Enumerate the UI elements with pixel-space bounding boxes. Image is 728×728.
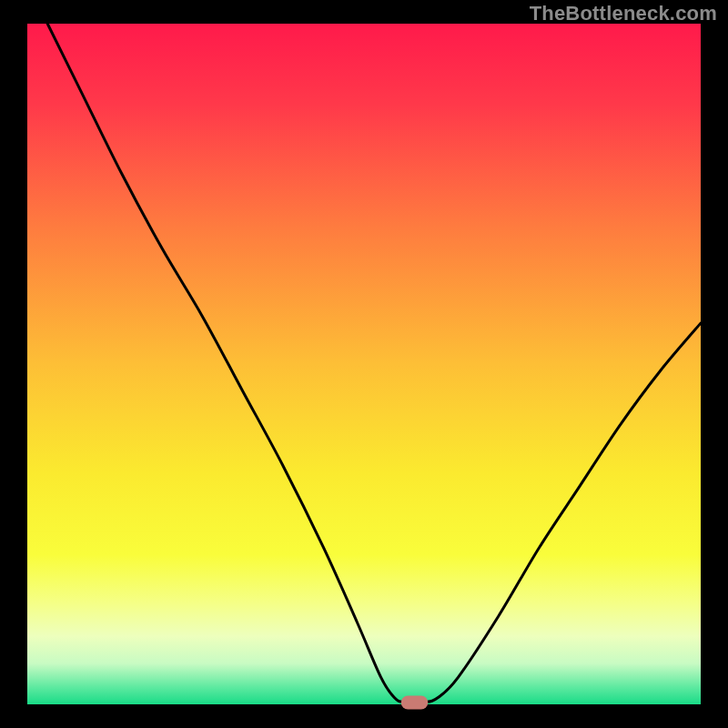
chart-frame: TheBottleneck.com — [0, 0, 728, 728]
plot-area — [27, 24, 701, 704]
watermark-label: TheBottleneck.com — [530, 2, 717, 25]
bottleneck-chart — [0, 0, 728, 728]
optimal-marker — [401, 696, 429, 710]
